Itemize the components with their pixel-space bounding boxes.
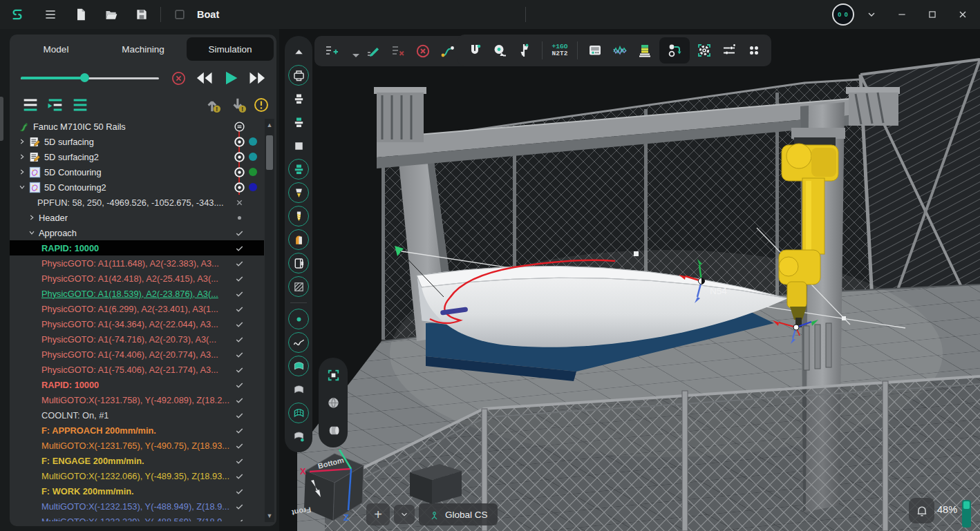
tree-row[interactable]: MultiGOTO:X(-1232.153), Y(-488.949), Z(1…	[10, 499, 264, 514]
row-radio-mark[interactable]	[232, 149, 246, 164]
main-menu-icon[interactable]	[39, 3, 62, 26]
rewind-button[interactable]	[195, 68, 214, 88]
expander-closed-icon[interactable]	[18, 168, 29, 176]
row-check-mark[interactable]	[232, 438, 246, 453]
tree-row[interactable]: 5D surfacing	[10, 134, 264, 149]
row-check-mark[interactable]	[232, 225, 246, 240]
user-avatar[interactable]: 0 0	[832, 3, 854, 26]
sheet-grid-icon[interactable]	[288, 403, 309, 423]
expander-closed-icon[interactable]	[18, 137, 29, 146]
expander-open-icon[interactable]	[18, 183, 29, 191]
panel-collapse-handle[interactable]	[0, 97, 3, 141]
fast-forward-button[interactable]	[247, 68, 267, 88]
caliper-icon[interactable]	[514, 39, 535, 62]
row-check-mark[interactable]	[232, 468, 246, 483]
coordinate-system-selector[interactable]: Global CS	[419, 503, 498, 525]
tab-simulation[interactable]: Simulation	[187, 37, 274, 61]
row-dot-mark[interactable]	[232, 210, 246, 225]
magnet-icon[interactable]	[464, 39, 485, 62]
tab-model[interactable]: Model	[12, 37, 100, 61]
prev-warning-icon[interactable]: !	[203, 95, 223, 115]
edit-pen-icon[interactable]	[363, 39, 384, 63]
hatch-icon[interactable]	[288, 276, 309, 297]
workpiece-icon[interactable]	[288, 159, 309, 180]
tree-row[interactable]: PhysicGOTO: A1(18.539), A2(-23.876), A3(…	[10, 286, 264, 301]
row-x-mark[interactable]	[232, 195, 246, 210]
new-file-icon[interactable]	[69, 3, 93, 26]
row-radio-mark[interactable]	[232, 134, 246, 149]
row-check-mark[interactable]	[232, 514, 246, 521]
project-checkbox-icon[interactable]	[168, 3, 191, 26]
flat-list-icon[interactable]	[21, 95, 40, 115]
notifications-button[interactable]	[909, 498, 934, 523]
row-check-mark[interactable]	[232, 377, 246, 392]
scroll-down-icon[interactable]: ▼	[265, 511, 274, 521]
add-cs-button[interactable]: +	[366, 503, 390, 525]
row-check-mark[interactable]	[232, 483, 246, 499]
tree-row[interactable]: RAPID: 10000	[10, 240, 264, 255]
play-button[interactable]	[221, 68, 241, 88]
node-jump-icon[interactable]	[659, 37, 690, 64]
warnings-button[interactable]	[252, 95, 271, 115]
close-button[interactable]	[950, 1, 976, 28]
row-check-mark[interactable]	[232, 499, 246, 514]
tree-row[interactable]: PhysicGOTO: A1(-75.406), A2(-21.774), A3…	[10, 362, 264, 377]
expander-open-icon[interactable]	[28, 229, 39, 237]
go-to-op-icon[interactable]: +1GON2T2	[549, 39, 570, 62]
tree-row[interactable]: PhysicGOTO: A1(6.299), A2(-23.401), A3(1…	[10, 301, 264, 316]
square-icon[interactable]	[288, 135, 309, 156]
caret-down-icon[interactable]	[346, 39, 359, 63]
row-check-mark[interactable]	[232, 331, 246, 347]
tree-row[interactable]: 5D Contouring	[10, 164, 264, 180]
tree-row[interactable]: Fanuc M710IC 50 Rails	[10, 119, 264, 134]
account-chevron-down-icon[interactable]	[858, 1, 885, 28]
tree-row[interactable]: 5D surfacing2	[10, 149, 264, 164]
tree-row[interactable]: F: WORK 200mm/min.	[10, 483, 264, 499]
stop-reset-button[interactable]	[169, 68, 188, 88]
head-icon[interactable]	[288, 253, 309, 273]
row-check-mark[interactable]	[232, 407, 246, 423]
tree-row[interactable]: MultiGOTO:X(-1232.066), Y(-489.35), Z(18…	[10, 468, 264, 483]
tree-row[interactable]: Approach	[10, 225, 264, 240]
row-check-mark[interactable]	[232, 423, 246, 438]
app-logo-icon[interactable]	[6, 3, 29, 26]
full-list-icon[interactable]	[70, 95, 90, 115]
next-warning-icon[interactable]: !	[229, 95, 248, 115]
cylinder-view-icon[interactable]	[323, 420, 343, 441]
add-list-icon[interactable]	[321, 39, 342, 63]
tab-machining[interactable]: Machining	[100, 37, 187, 61]
sheet-teal-icon[interactable]	[288, 356, 309, 376]
speed-gauge[interactable]	[962, 500, 971, 528]
chevron-up-icon[interactable]	[288, 41, 309, 62]
sphere-view-icon[interactable]	[323, 392, 343, 413]
tree-row[interactable]: 5D Contouring2	[10, 180, 264, 195]
sheet-gray-icon[interactable]	[288, 379, 309, 400]
cs-dropdown-button[interactable]	[394, 505, 415, 524]
tree-row[interactable]: PhysicGOTO: A1(-74.406), A2(-20.774), A3…	[10, 347, 264, 362]
tree-row[interactable]: Header	[10, 210, 264, 225]
viewport-3d[interactable]: N54	[279, 29, 980, 531]
maximize-button[interactable]	[919, 1, 945, 28]
row-check-mark[interactable]	[232, 286, 246, 301]
progress-slider-knob[interactable]	[80, 73, 89, 82]
tree-row[interactable]: MultiGOTO:X(-1231.765), Y(-490.75), Z(18…	[10, 438, 264, 453]
machine-icon[interactable]	[288, 65, 309, 86]
operation-color-dot[interactable]	[246, 183, 260, 191]
tree-row[interactable]: MultiGOTO:X(-1231.758), Y(-492.089), Z(1…	[10, 392, 264, 407]
fixture-icon[interactable]	[288, 229, 309, 250]
waveform-icon[interactable]	[610, 39, 630, 62]
operation-color-dot[interactable]	[246, 137, 260, 146]
tree-row[interactable]: COOLNT: On, #1	[10, 407, 264, 423]
row-check-mark[interactable]	[232, 255, 246, 271]
minimize-button[interactable]	[889, 1, 915, 28]
tree-row[interactable]: F: APPROACH 200mm/min.	[10, 423, 264, 438]
tree-row[interactable]: PhysicGOTO: A1(42.418), A2(-25.415), A3(…	[10, 271, 264, 286]
cancel-icon[interactable]	[413, 39, 433, 63]
expander-closed-icon[interactable]	[18, 153, 29, 161]
drill-icon[interactable]	[288, 206, 309, 226]
tree-scrollbar[interactable]: ▲ ▼	[265, 119, 274, 522]
tree-row[interactable]: F: ENGAGE 200mm/min.	[10, 453, 264, 468]
expander-closed-icon[interactable]	[28, 213, 39, 222]
slices-icon[interactable]	[634, 39, 655, 62]
row-check-mark[interactable]	[232, 362, 246, 377]
